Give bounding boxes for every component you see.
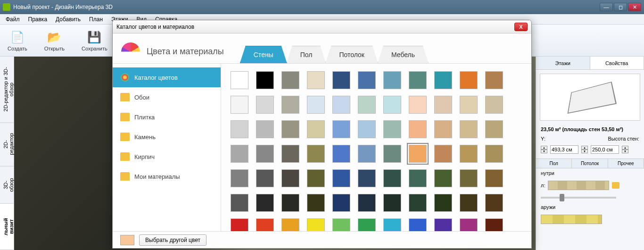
color-swatch[interactable]: [358, 71, 376, 89]
color-swatch[interactable]: [383, 194, 401, 212]
color-swatch[interactable]: [281, 71, 299, 89]
color-swatch[interactable]: [460, 120, 478, 138]
vtab-2d3d[interactable]: 2D-редактор и 3D-обзор: [0, 57, 14, 123]
close-button[interactable]: ✕: [628, 3, 641, 11]
color-swatch[interactable]: [485, 194, 503, 212]
vtab-2d[interactable]: 2D-редактор: [0, 123, 14, 167]
color-swatch[interactable]: [485, 71, 503, 89]
height-spinner[interactable]: ▲▼: [581, 146, 588, 153]
minimize-button[interactable]: —: [600, 3, 613, 11]
color-swatch[interactable]: [358, 96, 376, 114]
cat-colors[interactable]: Каталог цветов: [113, 67, 221, 87]
color-swatch[interactable]: [307, 145, 325, 163]
open-button[interactable]: 📂 Открыть: [41, 28, 68, 53]
color-swatch[interactable]: [434, 96, 452, 114]
color-swatch[interactable]: [358, 218, 376, 231]
color-swatch[interactable]: [409, 145, 427, 163]
color-swatch[interactable]: [307, 218, 325, 231]
y-spinner[interactable]: ▲▼: [541, 146, 547, 153]
height-input[interactable]: [591, 145, 619, 154]
color-swatch[interactable]: [281, 120, 299, 138]
color-swatch[interactable]: [460, 169, 478, 187]
color-swatch[interactable]: [256, 194, 274, 212]
color-swatch[interactable]: [231, 218, 248, 231]
subtab-other[interactable]: Прочее: [608, 159, 644, 168]
color-swatch[interactable]: [256, 96, 274, 114]
color-swatch[interactable]: [256, 169, 274, 187]
color-swatch[interactable]: [256, 145, 274, 163]
color-swatch[interactable]: [460, 71, 478, 89]
color-swatch[interactable]: [281, 96, 299, 114]
color-swatch[interactable]: [485, 145, 503, 163]
tab-floor[interactable]: Пол: [287, 46, 326, 63]
pick-other-color-button[interactable]: Выбрать другой цвет: [139, 234, 206, 246]
vtab-3d[interactable]: 3D-обзор: [0, 167, 14, 204]
color-swatch[interactable]: [383, 218, 401, 231]
save-button[interactable]: 💾 Сохранить: [78, 28, 111, 53]
color-swatch[interactable]: [409, 218, 427, 231]
color-swatch[interactable]: [231, 120, 248, 138]
material-slider[interactable]: [541, 197, 616, 199]
y-input[interactable]: [550, 145, 578, 154]
cat-my-materials[interactable]: Мои материалы: [113, 167, 221, 186]
color-swatch[interactable]: [409, 194, 427, 212]
slider-thumb[interactable]: [560, 194, 564, 201]
cat-wallpaper[interactable]: Обои: [113, 87, 221, 107]
color-swatch[interactable]: [231, 96, 248, 114]
color-swatch[interactable]: [383, 145, 401, 163]
color-swatch[interactable]: [485, 218, 503, 231]
color-swatch[interactable]: [383, 169, 401, 187]
color-swatch[interactable]: [231, 169, 248, 187]
color-swatch[interactable]: [485, 169, 503, 187]
height-spinner-2[interactable]: ▲▼: [622, 146, 628, 153]
dialog-close-button[interactable]: X: [514, 23, 528, 31]
color-swatch[interactable]: [231, 145, 248, 163]
color-swatch[interactable]: [332, 169, 350, 187]
color-swatch[interactable]: [307, 96, 325, 114]
color-swatch[interactable]: [409, 169, 427, 187]
material-swatch-outside[interactable]: [541, 215, 602, 224]
color-swatch[interactable]: [460, 96, 478, 114]
color-swatch[interactable]: [256, 71, 274, 89]
color-swatch[interactable]: [332, 145, 350, 163]
color-swatch[interactable]: [383, 96, 401, 114]
create-button[interactable]: 📄 Создать: [4, 28, 31, 53]
color-swatch[interactable]: [281, 145, 299, 163]
color-swatch[interactable]: [281, 169, 299, 187]
cat-stone[interactable]: Камень: [113, 127, 221, 147]
color-swatch[interactable]: [383, 71, 401, 89]
material-swatch[interactable]: [548, 181, 609, 190]
color-swatch[interactable]: [332, 218, 350, 231]
vtab-visit[interactable]: льный визит: [0, 204, 14, 250]
color-swatch[interactable]: [358, 120, 376, 138]
color-swatch[interactable]: [332, 120, 350, 138]
menu-file[interactable]: Файл: [2, 15, 24, 24]
color-swatch[interactable]: [332, 96, 350, 114]
maximize-button[interactable]: ◻: [614, 3, 627, 11]
color-swatch[interactable]: [383, 120, 401, 138]
dialog-titlebar[interactable]: Каталог цветов и материалов X: [113, 20, 531, 33]
color-swatch[interactable]: [434, 145, 452, 163]
color-swatch[interactable]: [460, 194, 478, 212]
color-swatch[interactable]: [281, 218, 299, 231]
color-swatch[interactable]: [231, 194, 248, 212]
color-swatch[interactable]: [307, 194, 325, 212]
color-swatch[interactable]: [358, 145, 376, 163]
menu-edit[interactable]: Правка: [25, 15, 51, 24]
color-swatch[interactable]: [281, 194, 299, 212]
tab-floors[interactable]: Этажи: [536, 57, 590, 69]
color-swatch[interactable]: [434, 120, 452, 138]
tab-ceiling[interactable]: Потолок: [325, 46, 378, 63]
color-swatch[interactable]: [332, 71, 350, 89]
color-swatch[interactable]: [409, 120, 427, 138]
color-swatch[interactable]: [434, 169, 452, 187]
color-swatch[interactable]: [460, 145, 478, 163]
menu-add[interactable]: Добавить: [52, 15, 84, 24]
color-swatch[interactable]: [434, 194, 452, 212]
subtab-ceiling[interactable]: Потолок: [572, 159, 608, 168]
color-swatch[interactable]: [434, 218, 452, 231]
color-swatch[interactable]: [358, 169, 376, 187]
color-swatch[interactable]: [256, 218, 274, 231]
browse-material-icon[interactable]: [612, 182, 619, 189]
tab-properties[interactable]: Свойства: [590, 57, 644, 69]
